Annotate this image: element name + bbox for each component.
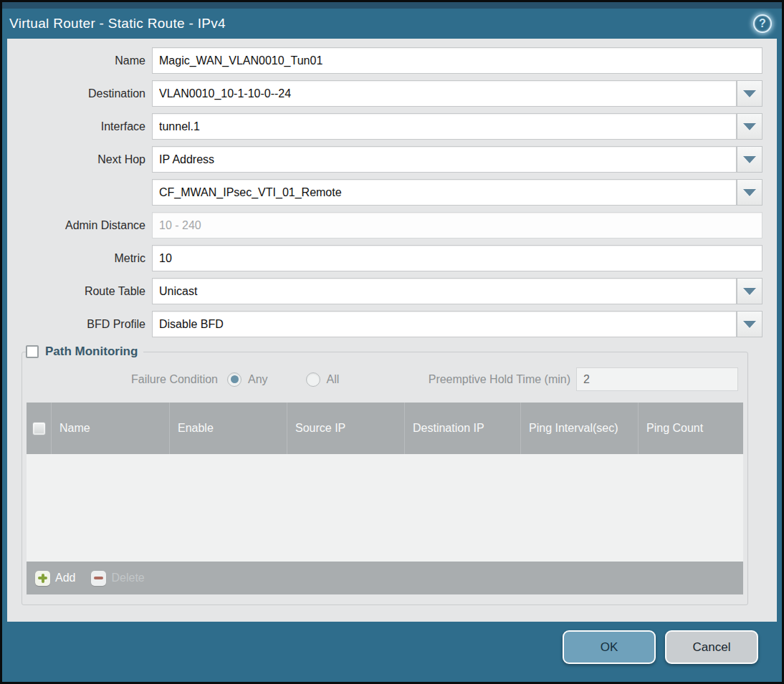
chevron-down-icon bbox=[743, 321, 756, 328]
next-hop-address-dropdown-button[interactable] bbox=[737, 179, 763, 206]
dialog-frame: Virtual Router - Static Route - IPv4 ? N… bbox=[2, 2, 782, 682]
interface-row: Interface bbox=[7, 113, 763, 140]
interface-label: Interface bbox=[7, 113, 152, 140]
chevron-down-icon bbox=[743, 123, 756, 130]
next-hop-label: Next Hop bbox=[7, 146, 152, 173]
admin-distance-field bbox=[152, 212, 763, 239]
name-field bbox=[152, 47, 763, 74]
plus-icon bbox=[35, 571, 50, 586]
metric-input[interactable] bbox=[152, 245, 763, 271]
destination-dropdown-button[interactable] bbox=[737, 80, 763, 107]
cancel-button[interactable]: Cancel bbox=[665, 630, 758, 664]
table-header-row: Name Enable Source IP Destination IP Pin… bbox=[27, 403, 743, 454]
route-table-field bbox=[152, 278, 763, 304]
failure-condition-label: Failure Condition bbox=[26, 373, 218, 386]
next-hop-dropdown-button[interactable] bbox=[737, 146, 763, 173]
column-header-name[interactable]: Name bbox=[52, 403, 170, 454]
bfd-profile-row: BFD Profile bbox=[7, 311, 763, 337]
interface-input[interactable] bbox=[152, 113, 737, 140]
table-body-empty bbox=[27, 454, 743, 562]
path-monitoring-controls: Failure Condition Any All Preemptive Hol… bbox=[26, 367, 744, 391]
column-header-source-ip[interactable]: Source IP bbox=[287, 403, 405, 454]
delete-button-label: Delete bbox=[111, 572, 144, 584]
column-header-ping-interval[interactable]: Ping Interval(sec) bbox=[521, 403, 639, 454]
next-hop-address-field bbox=[152, 179, 763, 206]
add-button-label: Add bbox=[55, 572, 75, 584]
select-all-checkbox[interactable] bbox=[32, 422, 46, 435]
ok-button[interactable]: OK bbox=[563, 630, 656, 664]
destination-input[interactable] bbox=[152, 80, 737, 107]
destination-label: Destination bbox=[7, 80, 152, 107]
column-header-destination-ip[interactable]: Destination IP bbox=[405, 403, 521, 454]
bfd-profile-dropdown-button[interactable] bbox=[737, 311, 763, 337]
metric-label: Metric bbox=[7, 245, 152, 271]
name-row: Name bbox=[7, 47, 763, 74]
path-monitoring-legend: Path Monitoring bbox=[26, 345, 143, 359]
next-hop-type-input[interactable] bbox=[152, 146, 737, 173]
admin-distance-row: Admin Distance bbox=[7, 212, 763, 239]
metric-row: Metric bbox=[7, 245, 763, 271]
chevron-down-icon bbox=[743, 288, 756, 295]
next-hop-row: Next Hop bbox=[7, 146, 763, 173]
interface-field bbox=[152, 113, 763, 140]
bfd-profile-field bbox=[152, 311, 763, 337]
route-table-row: Route Table bbox=[7, 278, 763, 304]
dialog-title: Virtual Router - Static Route - IPv4 bbox=[9, 16, 226, 32]
delete-button[interactable]: Delete bbox=[91, 571, 144, 586]
chevron-down-icon bbox=[743, 90, 756, 97]
destination-field bbox=[152, 80, 763, 107]
preemptive-hold-time-input[interactable] bbox=[576, 367, 738, 391]
column-header-enable[interactable]: Enable bbox=[170, 403, 287, 454]
chevron-down-icon bbox=[743, 156, 756, 163]
bfd-profile-label: BFD Profile bbox=[7, 311, 152, 337]
radio-all-label: All bbox=[327, 373, 340, 386]
dialog-footer: OK Cancel bbox=[2, 622, 782, 682]
name-label: Name bbox=[7, 47, 152, 74]
route-table-dropdown-button[interactable] bbox=[737, 278, 763, 304]
minus-icon bbox=[91, 571, 106, 586]
preemptive-hold-time-label: Preemptive Hold Time (min) bbox=[429, 373, 570, 386]
interface-dropdown-button[interactable] bbox=[737, 113, 763, 140]
path-monitoring-fieldset: Path Monitoring Failure Condition Any Al… bbox=[21, 345, 748, 605]
dialog-content: Name Destination Interface bbox=[7, 39, 777, 622]
failure-condition-radio-all[interactable] bbox=[306, 372, 320, 387]
path-monitoring-label: Path Monitoring bbox=[45, 345, 138, 359]
route-table-input[interactable] bbox=[152, 278, 737, 304]
add-button[interactable]: Add bbox=[35, 571, 75, 586]
route-table-label: Route Table bbox=[7, 278, 152, 304]
name-input[interactable] bbox=[152, 47, 763, 74]
destination-row: Destination bbox=[7, 80, 763, 107]
next-hop-address-row bbox=[7, 179, 763, 206]
failure-condition-radio-any[interactable] bbox=[227, 372, 242, 387]
radio-any-label: Any bbox=[248, 373, 268, 386]
bfd-profile-input[interactable] bbox=[152, 311, 737, 337]
path-monitoring-checkbox[interactable] bbox=[26, 345, 39, 358]
next-hop-address-input[interactable] bbox=[152, 179, 737, 206]
dialog-window: Virtual Router - Static Route - IPv4 ? N… bbox=[0, 0, 784, 684]
table-toolbar: Add Delete bbox=[27, 562, 743, 594]
metric-field bbox=[152, 245, 763, 271]
admin-distance-label: Admin Distance bbox=[7, 212, 152, 239]
path-monitoring-table: Name Enable Source IP Destination IP Pin… bbox=[27, 403, 743, 594]
help-icon[interactable]: ? bbox=[753, 14, 772, 33]
title-bar: Virtual Router - Static Route - IPv4 ? bbox=[2, 9, 782, 39]
chevron-down-icon bbox=[743, 189, 756, 196]
next-hop-field bbox=[152, 146, 763, 173]
column-header-ping-count[interactable]: Ping Count bbox=[639, 403, 743, 454]
table-header-select-all bbox=[27, 403, 52, 454]
window-top-strip bbox=[2, 2, 782, 9]
next-hop-address-label bbox=[7, 179, 152, 206]
admin-distance-input[interactable] bbox=[152, 212, 763, 239]
